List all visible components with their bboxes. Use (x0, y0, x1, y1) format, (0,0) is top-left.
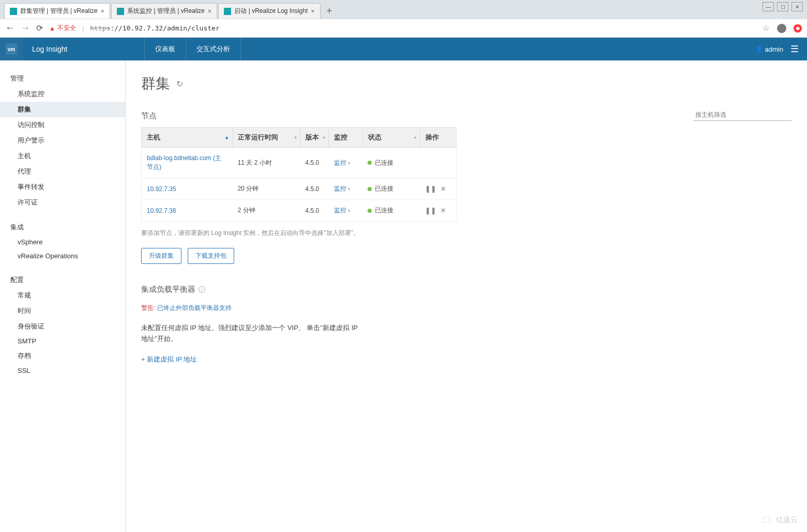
insecure-indicator[interactable]: ▲ 不安全 (49, 24, 76, 33)
browser-tab[interactable]: 启动 | vRealize Log Insight× (218, 3, 320, 19)
monitor-link[interactable]: 监控 (334, 185, 346, 192)
sidebar-group-title: 配置 (0, 272, 125, 288)
status-dot-icon (368, 209, 372, 213)
sidebar-item[interactable]: 访问控制 (0, 117, 125, 133)
status-dot-icon (368, 187, 372, 191)
nav-back-icon[interactable]: ← (5, 23, 14, 34)
extension-icon[interactable]: ◆ (794, 24, 802, 33)
host-link[interactable]: bdlab-log.bdnetlab.com (主节点) (147, 154, 221, 170)
col-host[interactable]: 主机▲ (142, 128, 233, 148)
sidebar-item[interactable]: SSL (0, 364, 125, 378)
host-link[interactable]: 10.92.7.35 (147, 185, 176, 193)
table-row: 10.92.7.3520 分钟4.5.0监控 ▾已连接❚❚✕ (142, 178, 456, 200)
chevron-down-icon[interactable]: ▾ (348, 161, 351, 166)
table-row: bdlab-log.bdnetlab.com (主节点)11 天 2 小时4.5… (142, 148, 456, 178)
sidebar-item[interactable]: 时间 (0, 303, 125, 319)
info-icon[interactable]: i (199, 286, 205, 293)
chevron-down-icon[interactable]: ▾ (348, 208, 351, 213)
warning-link[interactable]: 已终止外部负载平衡器支持 (157, 304, 232, 311)
sidebar-item[interactable]: SMTP (0, 334, 125, 348)
browser-tab[interactable]: 系统监控 | 管理员 | vRealize× (111, 3, 217, 19)
warning-label: 警告: (141, 304, 155, 311)
tab-title: 群集管理 | 管理员 | vRealize (20, 7, 98, 15)
sidebar-group-title: 管理 (0, 71, 125, 86)
monitor-link[interactable]: 监控 (334, 159, 346, 166)
url-display[interactable]: https://10.92.7.32/admin/cluster (90, 24, 219, 32)
download-support-button[interactable]: 下载支持包 (188, 248, 234, 264)
sidebar-item[interactable]: 存档 (0, 348, 125, 364)
upgrade-cluster-button[interactable]: 升级群集 (141, 248, 181, 264)
app-title: Log Insight (23, 45, 77, 53)
sidebar-item[interactable]: 主机 (0, 148, 125, 164)
logo-text: vm (6, 43, 17, 55)
tab-title: 系统监控 | 管理员 | vRealize (127, 7, 205, 15)
logo[interactable]: vm (0, 38, 23, 60)
reload-icon[interactable]: ⟳ (36, 23, 43, 33)
cell-status: 已连接 (362, 200, 420, 222)
col-monitor: 监控 (329, 128, 362, 148)
browser-tab[interactable]: 群集管理 | 管理员 | vRealize× (4, 3, 110, 19)
cell-status: 已连接 (362, 178, 420, 200)
nav-dashboards[interactable]: 仪表板 (144, 38, 186, 60)
sidebar-group-title: 集成 (0, 220, 125, 235)
pause-icon[interactable]: ❚❚ (425, 185, 436, 193)
user-menu[interactable]: 👤 admin (755, 45, 783, 53)
url-path: ://10.92.7.32/admin/cluster (110, 24, 219, 32)
pause-icon[interactable]: ❚❚ (425, 207, 436, 214)
url-scheme: https (90, 24, 110, 32)
profile-icon[interactable] (777, 24, 786, 33)
tab-close-icon[interactable]: × (208, 7, 212, 15)
divider: | (82, 24, 84, 32)
lb-section-title: 集成负载平衡器 (141, 285, 195, 294)
address-bar: ← → ⟳ ▲ 不安全 | https://10.92.7.32/admin/c… (0, 19, 807, 37)
cell-uptime: 2 分钟 (233, 200, 300, 222)
tab-close-icon[interactable]: × (101, 7, 105, 15)
cell-uptime: 20 分钟 (233, 178, 300, 200)
tab-favicon-icon (117, 8, 124, 15)
host-filter-input[interactable] (693, 109, 791, 121)
table-row: 10.92.7.362 分钟4.5.0监控 ▾已连接❚❚✕ (142, 200, 456, 222)
tab-close-icon[interactable]: × (311, 7, 315, 15)
window-controls: — ☐ ✕ (763, 2, 803, 11)
add-node-note: 要添加节点，请部署新的 Log Insight 实例，然后在启动向导中选择"加入… (141, 229, 791, 238)
tab-bar: 群集管理 | 管理员 | vRealize×系统监控 | 管理员 | vReal… (0, 0, 807, 19)
nav-interactive[interactable]: 交互式分析 (186, 38, 241, 60)
sidebar-item[interactable]: vRealize Operations (0, 249, 125, 263)
remove-icon[interactable]: ✕ (440, 207, 446, 214)
window-minimize[interactable]: — (763, 2, 774, 11)
sidebar-item[interactable]: 代理 (0, 164, 125, 179)
add-vip-link[interactable]: + 新建虚拟 IP 地址 (141, 355, 197, 364)
sidebar-item[interactable]: 用户警示 (0, 133, 125, 148)
nav-forward-icon[interactable]: → (21, 23, 30, 34)
watermark-text: 亿速云 (776, 515, 798, 525)
col-version[interactable]: 版本♦ (300, 128, 329, 148)
sidebar-item[interactable]: vSphere (0, 235, 125, 249)
sidebar-item[interactable]: 许可证 (0, 195, 125, 210)
cell-version: 4.5.0 (300, 200, 329, 222)
monitor-link[interactable]: 监控 (334, 207, 346, 214)
bookmark-icon[interactable]: ☆ (763, 23, 770, 33)
window-maximize[interactable]: ☐ (777, 2, 788, 11)
sidebar-item[interactable]: 常规 (0, 288, 125, 303)
sidebar-item[interactable]: 系统监控 (0, 86, 125, 102)
remove-icon[interactable]: ✕ (440, 185, 446, 193)
main-content: 群集 ↻ 节点 主机▲ 正常运行时间♦ 版本♦ 监控 状态♦ 操作 bdlab-… (126, 60, 807, 532)
cell-version: 4.5.0 (300, 148, 329, 178)
window-close[interactable]: ✕ (791, 2, 803, 11)
col-uptime[interactable]: 正常运行时间♦ (233, 128, 300, 148)
watermark: 亿速云 (763, 515, 798, 525)
sidebar-item[interactable]: 身份验证 (0, 319, 125, 334)
sidebar-item[interactable]: 群集 (0, 102, 125, 117)
col-actions: 操作 (420, 128, 456, 148)
tab-favicon-icon (10, 8, 17, 15)
new-tab-button[interactable]: + (322, 4, 338, 19)
tab-title: 启动 | vRealize Log Insight (234, 7, 308, 15)
host-link[interactable]: 10.92.7.36 (147, 207, 176, 214)
refresh-icon[interactable]: ↻ (176, 79, 183, 89)
hamburger-icon[interactable]: ☰ (790, 43, 799, 55)
sidebar-item[interactable]: 事件转发 (0, 179, 125, 195)
insecure-label: 不安全 (57, 24, 76, 33)
chevron-down-icon[interactable]: ▾ (348, 186, 351, 192)
col-status[interactable]: 状态♦ (362, 128, 420, 148)
lb-note: 未配置任何虚拟 IP 地址。强烈建议至少添加一个 VIP。 单击"新建虚拟 IP… (141, 323, 363, 345)
